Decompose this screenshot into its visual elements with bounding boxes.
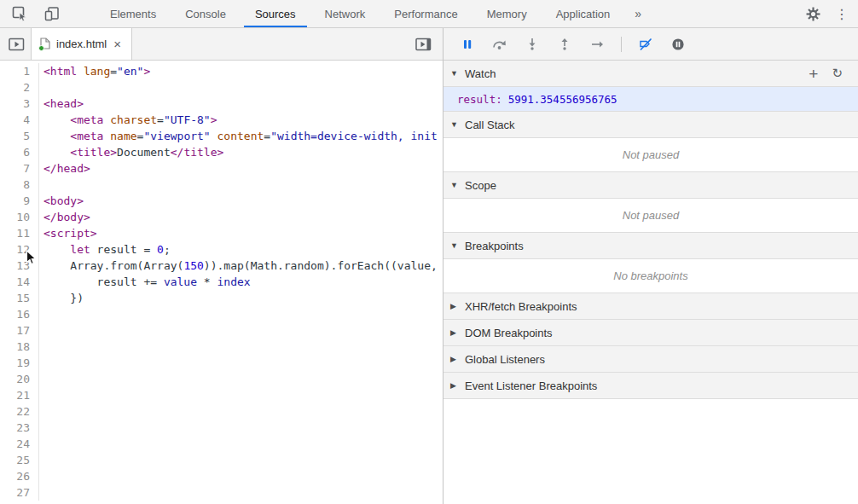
code-text[interactable] — [39, 177, 443, 193]
line-number[interactable]: 9 — [0, 193, 39, 209]
line-number[interactable]: 25 — [0, 452, 39, 468]
code-text[interactable]: let result = 0; — [39, 241, 443, 258]
deactivate-breakpoints-icon[interactable] — [634, 33, 658, 55]
code-text[interactable]: <body> — [39, 193, 443, 209]
section-header-dom-breakpoints[interactable]: ▶ DOM Breakpoints — [443, 320, 858, 346]
section-header-call-stack[interactable]: ▼ Call Stack — [443, 112, 858, 138]
line-number[interactable]: 2 — [0, 79, 39, 96]
code-text[interactable] — [39, 339, 443, 355]
code-text[interactable] — [39, 468, 443, 484]
step-out-icon[interactable] — [553, 33, 577, 55]
line-number[interactable]: 12 — [0, 241, 39, 258]
pause-on-exceptions-icon[interactable] — [666, 33, 690, 55]
code-text[interactable] — [39, 371, 443, 387]
line-number[interactable]: 10 — [0, 209, 39, 225]
file-status-dot — [38, 45, 44, 51]
sources-editor-pane: index.html × 1<html lang="en">23<head>4 … — [0, 28, 443, 504]
code-line: 17 — [0, 322, 443, 339]
tab-network[interactable]: Network — [310, 0, 380, 27]
line-number[interactable]: 20 — [0, 371, 39, 387]
line-number[interactable]: 27 — [0, 484, 39, 501]
line-number[interactable]: 1 — [0, 63, 39, 79]
code-text[interactable] — [39, 306, 443, 322]
line-number[interactable]: 19 — [0, 355, 39, 371]
code-text[interactable]: <meta charset="UTF-8"> — [39, 112, 443, 128]
watch-expression-row[interactable]: result: 5991.354556956765 — [443, 87, 858, 112]
code-line: 9<body> — [0, 193, 443, 209]
code-text[interactable]: <script> — [39, 225, 443, 241]
tab-console[interactable]: Console — [171, 0, 241, 27]
section-header-event-listener-breakpoints[interactable]: ▶ Event Listener Breakpoints — [443, 373, 858, 399]
tab-sources[interactable]: Sources — [241, 0, 310, 27]
code-text[interactable]: <head> — [39, 96, 443, 112]
pause-script-icon[interactable] — [455, 33, 479, 55]
code-text[interactable]: Array.from(Array(150)).map(Math.random).… — [39, 258, 443, 274]
tab-memory[interactable]: Memory — [472, 0, 542, 27]
section-header-breakpoints[interactable]: ▼ Breakpoints — [443, 233, 858, 259]
code-text[interactable]: <title>Document</title> — [39, 144, 443, 160]
line-number[interactable]: 21 — [0, 387, 39, 403]
code-text[interactable]: result += value * index — [39, 274, 443, 290]
refresh-watch-icon[interactable]: ↻ — [832, 66, 843, 81]
line-number[interactable]: 23 — [0, 420, 39, 436]
tab-application[interactable]: Application — [542, 0, 625, 27]
line-number[interactable]: 6 — [0, 144, 39, 160]
code-text[interactable]: </head> — [39, 160, 443, 177]
line-number[interactable]: 14 — [0, 274, 39, 290]
navigator-toggle-icon[interactable] — [5, 33, 27, 55]
code-text[interactable] — [39, 484, 443, 501]
section-header-global-listeners[interactable]: ▶ Global Listeners — [443, 346, 858, 373]
line-number[interactable]: 8 — [0, 177, 39, 193]
line-number[interactable]: 18 — [0, 339, 39, 355]
code-text[interactable] — [39, 420, 443, 436]
section-header-xhr-fetch-breakpoints[interactable]: ▶ XHR/fetch Breakpoints — [443, 293, 858, 320]
line-number[interactable]: 17 — [0, 322, 39, 339]
code-text[interactable] — [39, 436, 443, 452]
line-number[interactable]: 15 — [0, 290, 39, 306]
file-tab-index-html[interactable]: index.html × — [31, 28, 132, 60]
line-number[interactable]: 5 — [0, 128, 39, 144]
overflow-menu-icon[interactable]: ⋮ — [831, 3, 853, 25]
section-label: Global Listeners — [465, 353, 545, 366]
line-number[interactable]: 3 — [0, 96, 39, 112]
step-over-icon[interactable] — [488, 33, 512, 55]
tab-elements[interactable]: Elements — [96, 0, 171, 27]
code-text[interactable] — [39, 387, 443, 403]
device-toolbar-icon — [44, 6, 60, 21]
code-text[interactable]: <html lang="en"> — [39, 63, 443, 79]
line-number[interactable]: 11 — [0, 225, 39, 241]
settings-gear-icon[interactable] — [802, 3, 824, 25]
step-into-icon[interactable] — [520, 33, 544, 55]
line-number[interactable]: 24 — [0, 436, 39, 452]
code-text[interactable]: </body> — [39, 209, 443, 225]
inspect-element-icon[interactable] — [9, 3, 31, 25]
code-editor[interactable]: 1<html lang="en">23<head>4 <meta charset… — [0, 61, 443, 504]
line-number[interactable]: 13 — [0, 258, 39, 274]
add-watch-expression-icon[interactable]: + — [809, 66, 818, 82]
more-panels-icon[interactable]: » — [624, 0, 652, 27]
code-line: 16 — [0, 306, 443, 322]
code-text[interactable] — [39, 79, 443, 96]
line-number[interactable]: 16 — [0, 306, 39, 322]
tab-performance[interactable]: Performance — [380, 0, 472, 27]
line-number[interactable]: 4 — [0, 112, 39, 128]
code-text[interactable] — [39, 355, 443, 371]
line-number[interactable]: 26 — [0, 468, 39, 484]
step-icon — [590, 38, 605, 50]
code-text[interactable] — [39, 403, 443, 420]
code-text[interactable] — [39, 322, 443, 339]
line-number[interactable]: 22 — [0, 403, 39, 420]
collapsed-triangle-icon: ▶ — [450, 381, 459, 390]
code-text[interactable] — [39, 452, 443, 468]
close-tab-icon[interactable]: × — [112, 36, 123, 52]
code-text[interactable]: }) — [39, 290, 443, 306]
code-line: 26 — [0, 468, 443, 484]
show-debugger-panel-icon[interactable] — [412, 33, 434, 55]
code-text[interactable]: <meta name="viewport" content="width=dev… — [39, 128, 443, 144]
device-toolbar-icon[interactable] — [41, 3, 63, 25]
line-number[interactable]: 7 — [0, 160, 39, 177]
section-header-scope[interactable]: ▼ Scope — [443, 172, 858, 199]
expand-triangle-icon: ▼ — [450, 120, 459, 129]
section-header-watch[interactable]: ▼ Watch + ↻ — [443, 61, 858, 87]
step-icon[interactable] — [585, 33, 609, 55]
